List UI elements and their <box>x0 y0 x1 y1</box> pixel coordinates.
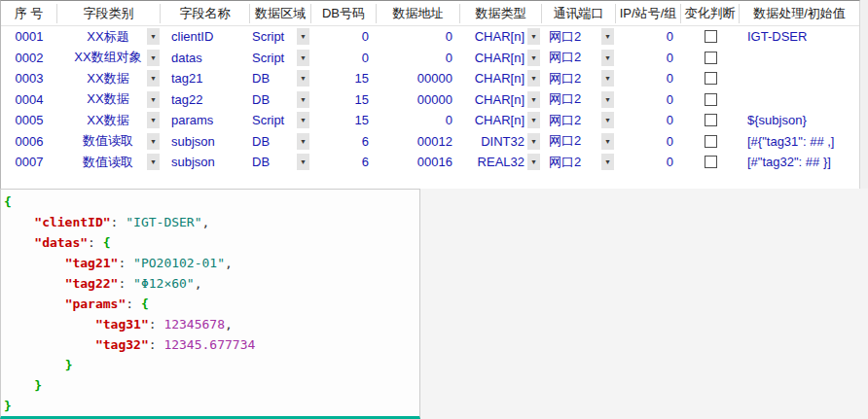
init-value-cell[interactable]: ${subjson} <box>740 110 859 131</box>
dropdown-arrow-icon[interactable]: ▼ <box>601 154 614 170</box>
dropdown-arrow-icon[interactable]: ▼ <box>147 70 160 87</box>
comm-port-select[interactable]: 网口2 ▼ <box>542 26 616 48</box>
data-type-select[interactable]: CHAR[n] ▼ <box>460 48 542 69</box>
init-value-cell[interactable]: [#{"tag31": ## ,] <box>740 131 859 153</box>
dropdown-arrow-icon[interactable]: ▼ <box>601 28 614 45</box>
data-type-select[interactable]: CHAR[n] ▼ <box>460 68 542 89</box>
data-addr-cell[interactable]: 0 <box>377 110 460 131</box>
category-select[interactable]: XX数据 ▼ <box>57 110 161 131</box>
ip-station-cell[interactable]: 0 <box>616 68 681 89</box>
data-addr-cell[interactable]: 00016 <box>377 152 460 173</box>
change-detect-checkbox[interactable] <box>705 93 717 106</box>
data-type-select[interactable]: CHAR[n] ▼ <box>460 26 542 48</box>
category-select[interactable]: XX数据 ▼ <box>57 68 161 89</box>
change-detect-checkbox[interactable] <box>705 135 717 148</box>
dropdown-arrow-icon[interactable]: ▼ <box>297 154 309 170</box>
db-number-cell[interactable]: 15 <box>311 68 377 89</box>
dropdown-arrow-icon[interactable]: ▼ <box>527 154 540 170</box>
data-area-select[interactable]: Script ▼ <box>250 26 311 48</box>
data-area-select[interactable]: Script ▼ <box>250 110 311 131</box>
change-detect-checkbox[interactable] <box>705 52 717 64</box>
init-value-cell[interactable] <box>740 89 859 111</box>
db-number-cell[interactable]: 6 <box>311 131 377 153</box>
dropdown-arrow-icon[interactable]: ▼ <box>147 133 160 150</box>
init-value-cell[interactable]: [#"tag32": ## }] <box>740 152 859 173</box>
dropdown-arrow-icon[interactable]: ▼ <box>297 112 309 128</box>
field-name-cell[interactable]: clientID <box>161 26 250 48</box>
dropdown-arrow-icon[interactable]: ▼ <box>601 70 614 87</box>
category-select[interactable]: XX数据 ▼ <box>57 89 161 111</box>
data-type-select[interactable]: DINT32 ▼ <box>460 131 542 153</box>
comm-port-select[interactable]: 网口2 ▼ <box>542 89 616 111</box>
data-area-select[interactable]: DB ▼ <box>250 152 311 173</box>
data-type-select[interactable]: CHAR[n] ▼ <box>460 110 542 131</box>
data-area-select[interactable]: DB ▼ <box>250 89 311 111</box>
init-value-cell[interactable] <box>740 48 859 69</box>
change-detect-checkbox[interactable] <box>705 114 717 126</box>
field-name-cell[interactable]: subjson <box>161 152 250 173</box>
change-detect-checkbox[interactable] <box>705 72 717 85</box>
comm-port-select[interactable]: 网口2 ▼ <box>542 48 616 69</box>
field-name-cell[interactable]: datas <box>161 48 250 69</box>
category-select[interactable]: XX标题 ▼ <box>57 26 161 48</box>
data-addr-cell[interactable]: 00012 <box>377 131 460 153</box>
dropdown-arrow-icon[interactable]: ▼ <box>527 133 540 150</box>
json-preview-panel[interactable]: { "clientID": "IGT-DSER", "datas": { "ta… <box>0 189 420 419</box>
category-select[interactable]: 数值读取 ▼ <box>57 131 161 153</box>
data-area-select[interactable]: DB ▼ <box>250 68 311 89</box>
ip-station-cell[interactable]: 0 <box>616 89 681 111</box>
data-addr-cell[interactable]: 0 <box>377 26 460 48</box>
change-detect-checkbox[interactable] <box>705 156 717 168</box>
dropdown-arrow-icon[interactable]: ▼ <box>297 91 309 108</box>
category-select[interactable]: XX数组对象 ▼ <box>57 48 161 69</box>
init-value-cell[interactable]: IGT-DSER <box>740 26 859 48</box>
comm-port-select[interactable]: 网口2 ▼ <box>542 68 616 89</box>
dropdown-arrow-icon[interactable]: ▼ <box>147 50 160 66</box>
comm-port-select[interactable]: 网口2 ▼ <box>542 110 616 131</box>
db-number-cell[interactable]: 0 <box>311 26 377 48</box>
data-type-select[interactable]: CHAR[n] ▼ <box>460 89 542 111</box>
ip-station-cell[interactable]: 0 <box>616 131 681 153</box>
dropdown-arrow-icon[interactable]: ▼ <box>601 50 614 66</box>
data-area-select[interactable]: Script ▼ <box>250 48 311 69</box>
dropdown-arrow-icon[interactable]: ▼ <box>527 28 540 45</box>
dropdown-arrow-icon[interactable]: ▼ <box>297 28 309 45</box>
field-name-cell[interactable]: tag22 <box>161 89 250 111</box>
dropdown-arrow-icon[interactable]: ▼ <box>297 50 309 66</box>
db-number-cell[interactable]: 15 <box>311 110 377 131</box>
dropdown-arrow-icon[interactable]: ▼ <box>147 112 160 128</box>
dropdown-arrow-icon[interactable]: ▼ <box>601 112 614 128</box>
db-number-cell[interactable]: 0 <box>311 48 377 69</box>
ip-station-cell[interactable]: 0 <box>616 152 681 173</box>
dropdown-arrow-icon[interactable]: ▼ <box>527 70 540 87</box>
comm-port-select[interactable]: 网口2 ▼ <box>542 152 616 173</box>
db-number-cell[interactable]: 15 <box>311 89 377 111</box>
dropdown-arrow-icon[interactable]: ▼ <box>297 70 309 87</box>
data-addr-cell[interactable]: 00000 <box>377 89 460 111</box>
ip-station-cell[interactable]: 0 <box>616 110 681 131</box>
field-name-cell[interactable]: params <box>161 110 250 131</box>
data-area-select[interactable]: DB ▼ <box>250 131 311 153</box>
dropdown-arrow-icon[interactable]: ▼ <box>601 133 614 150</box>
change-detect-checkbox[interactable] <box>705 30 717 43</box>
db-number-cell[interactable]: 6 <box>311 152 377 173</box>
dropdown-arrow-icon[interactable]: ▼ <box>527 50 540 66</box>
dropdown-arrow-icon[interactable]: ▼ <box>527 112 540 128</box>
dropdown-arrow-icon[interactable]: ▼ <box>297 133 309 150</box>
data-addr-cell[interactable]: 00000 <box>377 68 460 89</box>
field-name-cell[interactable]: tag21 <box>161 68 250 89</box>
init-value-cell[interactable] <box>740 68 859 89</box>
data-type-select[interactable]: REAL32 ▼ <box>460 152 542 173</box>
field-name-cell[interactable]: subjson <box>161 131 250 153</box>
data-addr-cell[interactable]: 0 <box>377 48 460 69</box>
comm-port-select[interactable]: 网口2 ▼ <box>542 131 616 153</box>
category-value: 数值读取 <box>83 132 133 150</box>
dropdown-arrow-icon[interactable]: ▼ <box>147 154 160 170</box>
ip-station-cell[interactable]: 0 <box>616 48 681 69</box>
dropdown-arrow-icon[interactable]: ▼ <box>147 91 160 108</box>
dropdown-arrow-icon[interactable]: ▼ <box>527 91 540 108</box>
ip-station-cell[interactable]: 0 <box>616 26 681 48</box>
dropdown-arrow-icon[interactable]: ▼ <box>601 91 614 108</box>
dropdown-arrow-icon[interactable]: ▼ <box>147 28 160 45</box>
category-select[interactable]: 数值读取 ▼ <box>57 152 161 173</box>
